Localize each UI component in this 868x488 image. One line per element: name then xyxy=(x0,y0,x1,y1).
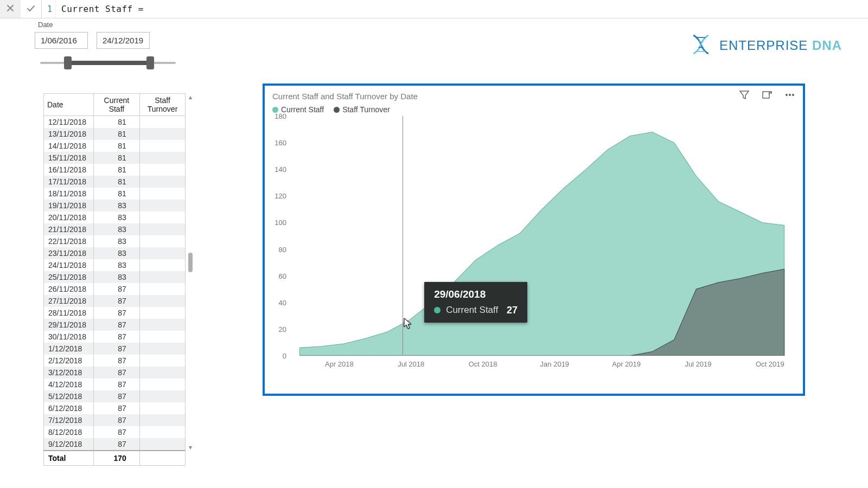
table-row[interactable]: 22/11/201883 xyxy=(44,235,186,247)
cell-date: 20/11/2018 xyxy=(44,211,94,223)
table-row[interactable]: 25/11/201883 xyxy=(44,271,186,283)
x-axis: Apr 2018Jul 2018Oct 2018Jan 2019Apr 2019… xyxy=(289,358,795,371)
cell-date: 26/11/2018 xyxy=(44,283,94,295)
table-row[interactable]: 13/11/201881 xyxy=(44,128,186,140)
table-row[interactable]: 19/11/201883 xyxy=(44,200,186,211)
table-row[interactable]: 5/12/201887 xyxy=(44,390,186,402)
svg-point-5 xyxy=(786,94,787,95)
cell-date: 6/12/2018 xyxy=(44,402,94,414)
slider-handle-start[interactable] xyxy=(64,56,72,69)
table-row[interactable]: 30/11/201887 xyxy=(44,331,186,343)
plot-area[interactable] xyxy=(289,116,795,356)
table-row[interactable]: 2/12/201887 xyxy=(44,355,186,367)
commit-formula-button[interactable] xyxy=(21,0,41,18)
y-tick: 60 xyxy=(279,272,286,280)
cell-turnover xyxy=(139,378,186,390)
cell-turnover xyxy=(139,128,186,140)
col-current-staff[interactable]: Current Staff xyxy=(94,94,140,116)
table-row[interactable]: 21/11/201883 xyxy=(44,223,186,235)
table-row[interactable]: 9/12/201887 xyxy=(44,438,186,451)
cell-turnover xyxy=(139,283,186,295)
cell-date: 22/11/2018 xyxy=(44,235,94,247)
table-row[interactable]: 14/11/201881 xyxy=(44,140,186,152)
tooltip-row: Current Staff 27 xyxy=(434,305,518,316)
tooltip-value: 27 xyxy=(507,305,518,316)
focus-mode-icon[interactable] xyxy=(762,89,773,102)
cell-date: 12/11/2018 xyxy=(44,116,94,129)
formula-text[interactable]: Current Staff = xyxy=(56,4,144,14)
chart-tooltip: 29/06/2018 Current Staff 27 xyxy=(424,282,527,323)
table-row[interactable]: 8/12/201887 xyxy=(44,426,186,438)
cell-date: 5/12/2018 xyxy=(44,390,94,402)
table-row[interactable]: 23/11/201883 xyxy=(44,247,186,259)
table-row[interactable]: 27/11/201887 xyxy=(44,295,186,307)
table-row[interactable]: 26/11/201887 xyxy=(44,283,186,295)
staff-area-chart-visual[interactable]: Current Staff and Staff Turnover by Date… xyxy=(263,84,805,396)
cell-staff: 87 xyxy=(94,343,140,355)
table-row[interactable]: 17/11/201881 xyxy=(44,176,186,188)
cell-staff: 87 xyxy=(94,367,140,378)
cell-turnover xyxy=(139,343,186,355)
table-scrollbar[interactable]: ▴ ▾ xyxy=(186,93,195,451)
table-row[interactable]: 6/12/201887 xyxy=(44,402,186,414)
col-date[interactable]: Date xyxy=(44,94,94,116)
cancel-formula-button[interactable] xyxy=(0,0,21,18)
legend-staff-turnover[interactable]: Staff Turnover xyxy=(334,105,390,114)
table-row[interactable]: 12/11/201881 xyxy=(44,116,186,129)
more-options-icon[interactable] xyxy=(784,89,795,102)
cell-staff: 87 xyxy=(94,319,140,331)
cell-turnover xyxy=(139,319,186,331)
table-row[interactable]: 1/12/201887 xyxy=(44,343,186,355)
cell-staff: 87 xyxy=(94,355,140,367)
x-tick: Oct 2019 xyxy=(756,360,784,368)
staff-table-visual[interactable]: Date Current Staff Staff Turnover 12/11/… xyxy=(43,93,195,451)
chart-plot[interactable]: 180160140120100806040200 29/06/2018 Curr… xyxy=(289,116,795,371)
cell-turnover xyxy=(139,355,186,367)
cell-staff: 81 xyxy=(94,116,140,129)
table-row[interactable]: 24/11/201883 xyxy=(44,259,186,271)
formula-actions xyxy=(0,0,42,18)
slider-handle-end[interactable] xyxy=(146,56,154,69)
filter-icon[interactable] xyxy=(739,89,750,102)
cell-staff: 83 xyxy=(94,235,140,247)
cell-turnover xyxy=(139,259,186,271)
staff-table: Date Current Staff Staff Turnover 12/11/… xyxy=(43,93,186,466)
table-row[interactable]: 3/12/201887 xyxy=(44,367,186,378)
cell-staff: 81 xyxy=(94,128,140,140)
cell-date: 30/11/2018 xyxy=(44,331,94,343)
cell-staff: 81 xyxy=(94,140,140,152)
legend-label-current: Current Staff xyxy=(281,105,324,114)
slicer-end-date[interactable]: 24/12/2019 xyxy=(97,32,150,49)
table-row[interactable]: 20/11/201883 xyxy=(44,211,186,223)
col-staff-turnover[interactable]: Staff Turnover xyxy=(139,94,186,116)
y-axis: 180160140120100806040200 xyxy=(268,116,286,356)
cell-turnover xyxy=(139,271,186,283)
table-row[interactable]: 18/11/201881 xyxy=(44,188,186,200)
brand-logo: ENTERPRISE DNA xyxy=(689,33,842,59)
cell-turnover xyxy=(139,235,186,247)
cell-staff: 81 xyxy=(94,188,140,200)
legend-swatch-turnover xyxy=(334,107,340,113)
scroll-thumb[interactable] xyxy=(188,253,193,272)
table-row[interactable]: 29/11/201887 xyxy=(44,319,186,331)
scroll-up-icon[interactable]: ▴ xyxy=(189,93,192,101)
cell-staff: 87 xyxy=(94,438,140,451)
table-row[interactable]: 16/11/201881 xyxy=(44,164,186,176)
table-row[interactable]: 7/12/201887 xyxy=(44,414,186,426)
scroll-down-icon[interactable]: ▾ xyxy=(189,444,192,451)
cell-staff: 83 xyxy=(94,211,140,223)
slicer-start-date[interactable]: 1/06/2016 xyxy=(35,32,88,49)
slicer-slider[interactable] xyxy=(35,52,181,74)
table-row[interactable]: 15/11/201881 xyxy=(44,152,186,164)
chart-header: Current Staff and Staff Turnover by Date xyxy=(265,86,803,104)
date-slicer[interactable]: Date 1/06/2016 24/12/2019 xyxy=(35,21,181,74)
table-total-row: Total 170 xyxy=(44,451,186,466)
table-row[interactable]: 28/11/201887 xyxy=(44,307,186,319)
check-icon xyxy=(27,4,35,15)
cell-staff: 87 xyxy=(94,295,140,307)
cell-staff: 87 xyxy=(94,390,140,402)
total-label: Total xyxy=(44,451,94,466)
cell-staff: 81 xyxy=(94,176,140,188)
table-row[interactable]: 4/12/201887 xyxy=(44,378,186,390)
y-tick: 40 xyxy=(279,298,286,306)
